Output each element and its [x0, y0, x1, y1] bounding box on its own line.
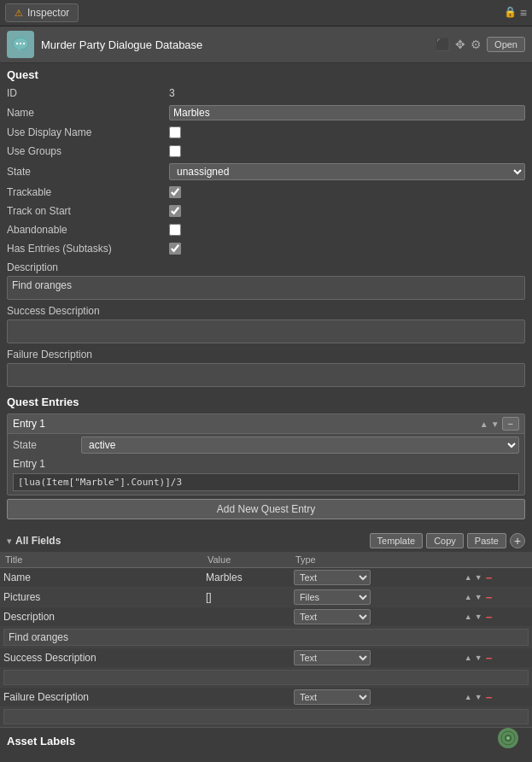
row-remove-btn[interactable]: − — [486, 591, 493, 604]
type-select-name[interactable]: TextNumberBooleanFiles — [294, 570, 371, 585]
field-row-has-entries: Has Entries (Subtasks) — [0, 239, 532, 258]
success-description-label: Success Description — [0, 302, 532, 318]
asset-ctrl-icon1[interactable]: ⬛ — [436, 38, 450, 51]
entry-down-arrow[interactable]: ▼ — [491, 419, 500, 429]
failure-description-area[interactable] — [7, 363, 525, 387]
inspector-tab[interactable]: ⚠ Inspector — [5, 3, 79, 22]
desc-cell-failure — [0, 707, 532, 727]
entry-state-row: State active unassigned success failure — [8, 434, 524, 456]
field-row-abandonable: Abandonable — [0, 220, 532, 239]
table-row: Failure Description TextNumberBooleanFil… — [0, 688, 532, 707]
field-checkbox-abandonable[interactable] — [169, 224, 181, 236]
asset-ctrl-icon2[interactable]: ✥ — [455, 38, 465, 51]
asset-controls: ⬛ ✥ ⚙ Open — [436, 37, 525, 52]
field-type-success-desc: TextNumberBooleanFiles — [290, 648, 460, 668]
row-down-arrow[interactable]: ▼ — [475, 573, 482, 582]
row-remove-btn[interactable]: − — [486, 652, 493, 665]
quest-section-title: Quest — [0, 63, 532, 84]
all-fields-label: All Fields — [15, 535, 366, 547]
svg-point-2 — [20, 43, 21, 44]
add-entry-button[interactable]: Add New Quest Entry — [7, 499, 525, 519]
field-value-success-desc — [202, 648, 290, 668]
field-title-failure-desc: Failure Description — [0, 688, 202, 707]
row-down-arrow[interactable]: ▼ — [475, 613, 482, 621]
tab-controls: 🔒 ≡ — [504, 6, 527, 20]
row-down-arrow[interactable]: ▼ — [475, 593, 482, 601]
desc-field-description[interactable]: Find oranges — [3, 629, 529, 646]
add-field-button[interactable]: + — [510, 533, 525, 548]
asset-title: Murder Party Dialogue Database — [41, 38, 436, 51]
field-label-track-on-start: Track on Start — [7, 205, 169, 217]
row-controls: ▲ ▼ − — [464, 591, 529, 604]
row-down-arrow[interactable]: ▼ — [475, 693, 482, 701]
row-up-arrow[interactable]: ▲ — [465, 573, 472, 582]
type-select-failure-desc[interactable]: TextNumberBooleanFiles — [294, 689, 371, 705]
success-description-area[interactable] — [7, 319, 525, 343]
field-checkbox-use-groups[interactable] — [169, 145, 181, 157]
field-row-use-display-name: Use Display Name — [0, 123, 532, 142]
field-controls-failure-desc: ▲ ▼ − — [460, 688, 532, 707]
field-title-pictures: Pictures — [0, 588, 202, 607]
failure-description-label: Failure Description — [0, 345, 532, 361]
table-row-desc-value: Find oranges — [0, 627, 532, 648]
row-remove-btn[interactable]: − — [486, 572, 493, 584]
desc-field-success[interactable] — [3, 670, 529, 685]
lock-icon[interactable]: 🔒 — [504, 6, 517, 20]
field-row-use-groups: Use Groups — [0, 142, 532, 161]
row-down-arrow[interactable]: ▼ — [475, 654, 482, 662]
field-label-use-groups: Use Groups — [7, 145, 169, 157]
svg-point-1 — [16, 43, 18, 44]
field-type-name: TextNumberBooleanFiles — [290, 568, 460, 588]
field-row-state: State unassigned active success failure … — [0, 161, 532, 183]
main-content: Quest ID 3 Name Use Display Name Use Gro… — [0, 63, 532, 751]
desc-cell-description: Find oranges — [0, 627, 532, 648]
entry-remove-btn[interactable]: − — [502, 417, 519, 431]
row-controls: ▲ ▼ − — [464, 691, 529, 704]
field-label-abandonable: Abandonable — [7, 224, 169, 236]
field-row-id: ID 3 — [0, 84, 532, 103]
row-up-arrow[interactable]: ▲ — [465, 654, 472, 662]
row-up-arrow[interactable]: ▲ — [465, 613, 472, 621]
type-select-success-desc[interactable]: TextNumberBooleanFiles — [294, 650, 371, 665]
table-row-success-desc-value — [0, 668, 532, 688]
row-up-arrow[interactable]: ▲ — [465, 593, 472, 601]
type-select-pictures[interactable]: FilesTextNumberBoolean — [294, 589, 371, 605]
field-checkbox-use-display-name[interactable] — [169, 126, 181, 138]
asset-icon — [7, 31, 34, 58]
row-up-arrow[interactable]: ▲ — [465, 693, 472, 701]
template-button[interactable]: Template — [370, 533, 424, 548]
entry-up-arrow[interactable]: ▲ — [480, 419, 488, 429]
table-row: Description TextNumberBooleanFiles ▲ ▼ − — [0, 607, 532, 627]
menu-icon[interactable]: ≡ — [520, 6, 527, 20]
asset-labels-label: Asset Labels — [7, 735, 75, 747]
field-title-description: Description — [0, 607, 202, 627]
col-controls — [460, 552, 532, 568]
col-type: Type — [290, 552, 460, 568]
field-checkbox-has-entries[interactable] — [169, 243, 181, 255]
field-title-success-desc: Success Description — [0, 648, 202, 668]
paste-button[interactable]: Paste — [467, 533, 506, 548]
field-checkbox-track-on-start[interactable] — [169, 205, 181, 217]
row-remove-btn[interactable]: − — [486, 611, 493, 624]
field-type-description: TextNumberBooleanFiles — [290, 607, 460, 627]
field-input-name[interactable] — [169, 105, 525, 120]
field-select-state[interactable]: unassigned active success failure abando… — [169, 163, 525, 180]
col-title: Title — [0, 552, 202, 568]
row-remove-btn[interactable]: − — [486, 691, 493, 704]
field-value-name: Marbles — [202, 568, 290, 588]
table-row: Pictures [] FilesTextNumberBoolean ▲ ▼ − — [0, 588, 532, 607]
asset-ctrl-icon3[interactable]: ⚙ — [471, 38, 482, 51]
fields-table: Title Value Type Name Marbles TextNumber… — [0, 552, 532, 727]
svg-point-3 — [23, 43, 25, 44]
all-fields-toggle[interactable]: ▾ — [7, 536, 12, 547]
copy-button[interactable]: Copy — [426, 533, 464, 548]
field-controls-success-desc: ▲ ▼ − — [460, 648, 532, 668]
open-button[interactable]: Open — [487, 37, 525, 52]
field-checkbox-trackable[interactable] — [169, 186, 181, 198]
entry-state-select[interactable]: active unassigned success failure — [81, 437, 519, 454]
type-select-description[interactable]: TextNumberBooleanFiles — [294, 609, 371, 624]
description-area[interactable]: Find oranges — [7, 276, 525, 300]
field-title-name: Name — [0, 568, 202, 588]
field-row-name: Name — [0, 103, 532, 123]
desc-field-failure[interactable] — [3, 709, 529, 724]
